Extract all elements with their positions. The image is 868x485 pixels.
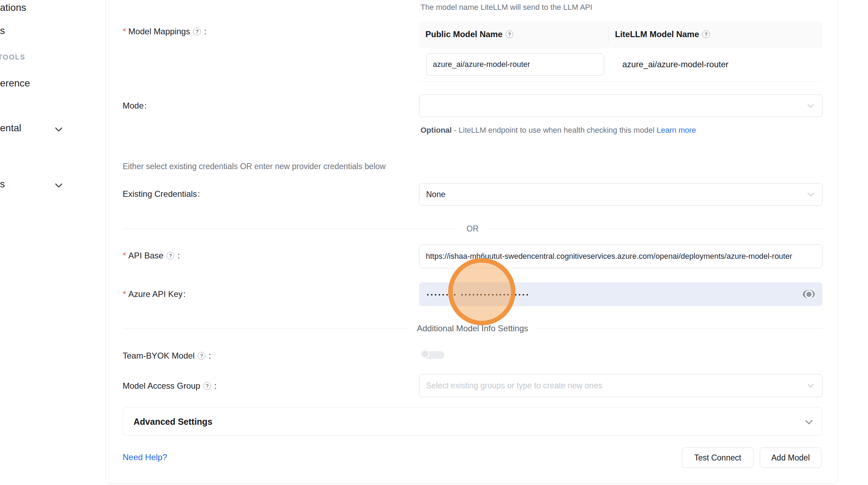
model-access-group-placeholder: Select existing groups or type to create… bbox=[426, 381, 602, 390]
mappings-table-header: Public Model Name ? LiteLLM Model Name ? bbox=[419, 21, 822, 47]
team-byok-toggle[interactable] bbox=[421, 349, 444, 361]
chevron-down-icon[interactable] bbox=[55, 180, 62, 188]
mappings-table-row: azure_ai/azure-model-router bbox=[419, 47, 822, 82]
sidebar-item-erence[interactable]: erence bbox=[0, 78, 30, 89]
azure-api-key-label: * Azure API Key : bbox=[123, 289, 186, 299]
team-byok-label: Team-BYOK Model ? : bbox=[123, 351, 211, 361]
public-model-name-input[interactable] bbox=[426, 53, 604, 76]
test-connect-button[interactable]: Test Connect bbox=[682, 448, 753, 468]
help-icon[interactable]: ? bbox=[166, 252, 174, 259]
additional-settings-divider: Additional Model Info Settings bbox=[123, 324, 822, 333]
api-base-input[interactable] bbox=[419, 244, 822, 268]
help-icon[interactable]: ? bbox=[506, 30, 513, 38]
sidebar-item-s1[interactable]: s bbox=[0, 25, 5, 36]
help-icon[interactable]: ? bbox=[702, 30, 710, 38]
mode-label: Mode : bbox=[123, 101, 147, 111]
advanced-settings-panel[interactable]: Advanced Settings bbox=[123, 408, 822, 436]
chevron-down-icon[interactable] bbox=[55, 124, 62, 132]
chevron-down-icon bbox=[807, 101, 814, 108]
existing-credentials-select[interactable]: None bbox=[419, 183, 822, 206]
litellm-model-name-header: LiteLLM Model Name ? bbox=[609, 26, 822, 42]
help-icon[interactable]: ? bbox=[203, 382, 211, 390]
existing-credentials-value: None bbox=[426, 190, 445, 199]
required-mark: * bbox=[123, 251, 126, 261]
mode-helper-text: Optional - LiteLLM endpoint to use when … bbox=[421, 123, 711, 137]
add-model-page: ations s TOOLS erence ental s The model … bbox=[0, 0, 868, 485]
additional-settings-title: Additional Model Info Settings bbox=[417, 324, 528, 333]
sidebar-section-tools: TOOLS bbox=[0, 53, 26, 61]
model-access-group-label: Model Access Group ? : bbox=[123, 381, 217, 391]
advanced-settings-title: Advanced Settings bbox=[134, 417, 212, 427]
mode-select[interactable] bbox=[419, 95, 822, 117]
credentials-note: Either select existing credentials OR en… bbox=[123, 162, 385, 171]
model-access-group-select[interactable]: Select existing groups or type to create… bbox=[419, 374, 822, 397]
chevron-down-icon bbox=[807, 381, 814, 387]
existing-credentials-label: Existing Credentials : bbox=[123, 189, 200, 199]
public-model-name-header: Public Model Name ? bbox=[419, 26, 609, 42]
api-base-label: * API Base ? : bbox=[123, 251, 180, 261]
chevron-down-icon bbox=[807, 190, 814, 196]
help-icon[interactable]: ? bbox=[198, 352, 205, 360]
sidebar-item-s2[interactable]: s bbox=[0, 179, 5, 190]
need-help-link[interactable]: Need Help? bbox=[123, 452, 167, 462]
chevron-down-icon bbox=[805, 417, 813, 424]
required-mark: * bbox=[123, 289, 126, 299]
or-divider: OR bbox=[123, 224, 822, 234]
sidebar-item-ations[interactable]: ations bbox=[0, 2, 26, 13]
or-divider-text: OR bbox=[466, 224, 479, 234]
masked-key-value: •••••••• •••••••••••••••••• bbox=[427, 290, 530, 298]
help-icon[interactable]: ? bbox=[193, 28, 201, 35]
azure-api-key-input[interactable]: •••••••• •••••••••••••••••• bbox=[419, 282, 822, 306]
sidebar-item-ental[interactable]: ental bbox=[0, 123, 21, 134]
add-model-button[interactable]: Add Model bbox=[760, 448, 821, 468]
model-name-helper-text: The model name LiteLLM will send to the … bbox=[421, 3, 592, 12]
litellm-model-name-value: azure_ai/azure-model-router bbox=[609, 60, 822, 69]
model-mappings-table: Public Model Name ? LiteLLM Model Name ?… bbox=[419, 21, 822, 82]
eye-icon[interactable] bbox=[803, 290, 815, 298]
required-mark: * bbox=[123, 27, 126, 36]
learn-more-link[interactable]: Learn more bbox=[657, 126, 696, 134]
model-mappings-label: * Model Mappings ? : bbox=[123, 27, 206, 36]
